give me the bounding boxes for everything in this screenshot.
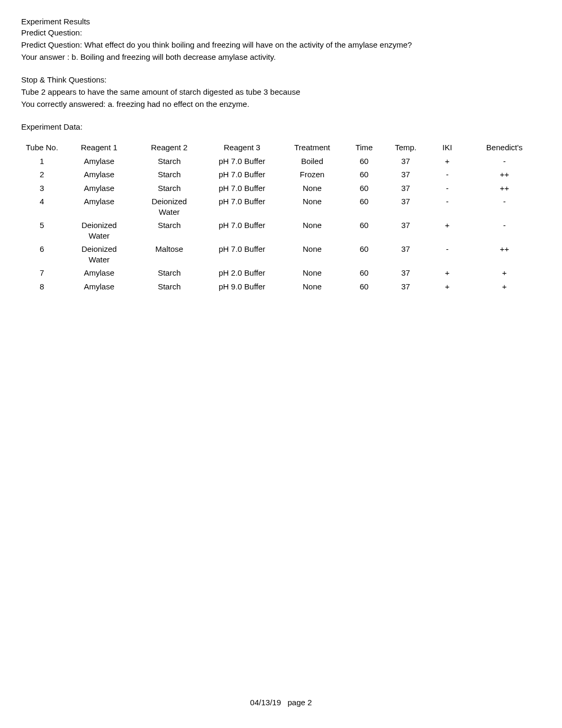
cell-tube-no: 6	[21, 242, 63, 266]
cell-reagent2: Starch	[135, 219, 203, 242]
cell-time: 60	[343, 280, 385, 294]
table-header-row: Tube No. Reagent 1 Reagent 2 Reagent 3 T…	[21, 141, 541, 154]
cell-treatment: Frozen	[281, 168, 343, 181]
cell-reagent3: pH 7.0 Buffer	[203, 154, 281, 168]
table-row: 8AmylaseStarchpH 9.0 BufferNone6037++	[21, 280, 541, 294]
cell-temp: 37	[385, 195, 427, 219]
footer-date: 04/13/19	[250, 698, 281, 707]
table-row: 4AmylaseDeionizedWaterpH 7.0 BufferNone6…	[21, 195, 541, 219]
cell-reagent3: pH 7.0 Buffer	[203, 219, 281, 242]
cell-temp: 37	[385, 242, 427, 266]
cell-reagent1: Amylase	[63, 154, 135, 168]
your-answer-text: Your answer : b. Boiling and freezing wi…	[21, 51, 541, 62]
cell-treatment: None	[281, 280, 343, 294]
cell-time: 60	[343, 266, 385, 280]
cell-benedicts: +	[468, 266, 541, 280]
cell-iki: +	[427, 266, 468, 280]
cell-reagent3: pH 9.0 Buffer	[203, 280, 281, 294]
cell-treatment: None	[281, 266, 343, 280]
cell-iki: -	[427, 181, 468, 195]
header-tube-no: Tube No.	[21, 141, 63, 154]
cell-reagent1: Amylase	[63, 181, 135, 195]
cell-temp: 37	[385, 181, 427, 195]
cell-time: 60	[343, 168, 385, 181]
cell-time: 60	[343, 181, 385, 195]
footer-page: page 2	[288, 698, 312, 707]
cell-treatment: None	[281, 195, 343, 219]
header-benedicts: Benedict's	[468, 141, 541, 154]
header-time: Time	[343, 141, 385, 154]
cell-treatment: Boiled	[281, 154, 343, 168]
cell-reagent3: pH 7.0 Buffer	[203, 181, 281, 195]
cell-reagent2: Starch	[135, 181, 203, 195]
cell-iki: -	[427, 242, 468, 266]
cell-reagent2: Starch	[135, 154, 203, 168]
header-iki: IKI	[427, 141, 468, 154]
experiment-results-heading: Experiment Results	[21, 17, 541, 26]
cell-time: 60	[343, 195, 385, 219]
cell-reagent3: pH 7.0 Buffer	[203, 195, 281, 219]
table-row: 7AmylaseStarchpH 2.0 BufferNone6037++	[21, 266, 541, 280]
cell-benedicts: ++	[468, 168, 541, 181]
stop-think-question: Tube 2 appears to have the same amount o…	[21, 86, 541, 97]
cell-reagent3: pH 2.0 Buffer	[203, 266, 281, 280]
predict-question-label: Predict Question:	[21, 27, 541, 38]
cell-time: 60	[343, 242, 385, 266]
cell-reagent1: DeionizedWater	[63, 242, 135, 266]
cell-reagent1: Amylase	[63, 280, 135, 294]
cell-reagent1: DeionizedWater	[63, 219, 135, 242]
cell-reagent2: DeionizedWater	[135, 195, 203, 219]
cell-tube-no: 1	[21, 154, 63, 168]
cell-iki: +	[427, 280, 468, 294]
page-footer: 04/13/19 page 2	[0, 698, 562, 707]
cell-temp: 37	[385, 154, 427, 168]
cell-reagent2: Maltose	[135, 242, 203, 266]
experiment-data-table: Tube No. Reagent 1 Reagent 2 Reagent 3 T…	[21, 141, 541, 293]
cell-reagent1: Amylase	[63, 266, 135, 280]
cell-benedicts: -	[468, 195, 541, 219]
stop-think-answer: You correctly answered: a. freezing had …	[21, 98, 541, 110]
cell-iki: +	[427, 154, 468, 168]
cell-tube-no: 4	[21, 195, 63, 219]
cell-tube-no: 7	[21, 266, 63, 280]
cell-iki: -	[427, 195, 468, 219]
header-reagent1: Reagent 1	[63, 141, 135, 154]
table-row: 2AmylaseStarchpH 7.0 BufferFrozen6037-++	[21, 168, 541, 181]
table-row: 5DeionizedWaterStarchpH 7.0 BufferNone60…	[21, 219, 541, 242]
cell-reagent1: Amylase	[63, 195, 135, 219]
cell-tube-no: 5	[21, 219, 63, 242]
cell-reagent3: pH 7.0 Buffer	[203, 168, 281, 181]
header-treatment: Treatment	[281, 141, 343, 154]
header-temp: Temp.	[385, 141, 427, 154]
cell-benedicts: +	[468, 280, 541, 294]
cell-benedicts: ++	[468, 242, 541, 266]
cell-temp: 37	[385, 266, 427, 280]
table-row: 1AmylaseStarchpH 7.0 BufferBoiled6037+-	[21, 154, 541, 168]
predict-question-text: Predict Question: What effect do you thi…	[21, 39, 541, 50]
cell-reagent3: pH 7.0 Buffer	[203, 242, 281, 266]
cell-temp: 37	[385, 280, 427, 294]
cell-benedicts: ++	[468, 181, 541, 195]
cell-benedicts: -	[468, 219, 541, 242]
header-reagent2: Reagent 2	[135, 141, 203, 154]
cell-treatment: None	[281, 219, 343, 242]
cell-time: 60	[343, 154, 385, 168]
table-row: 3AmylaseStarchpH 7.0 BufferNone6037-++	[21, 181, 541, 195]
cell-reagent2: Starch	[135, 280, 203, 294]
cell-temp: 37	[385, 219, 427, 242]
cell-iki: -	[427, 168, 468, 181]
cell-reagent2: Starch	[135, 168, 203, 181]
cell-tube-no: 3	[21, 181, 63, 195]
cell-time: 60	[343, 219, 385, 242]
experiment-data-heading: Experiment Data:	[21, 121, 541, 132]
cell-reagent2: Starch	[135, 266, 203, 280]
cell-iki: +	[427, 219, 468, 242]
header-reagent3: Reagent 3	[203, 141, 281, 154]
stop-think-heading: Stop & Think Questions:	[21, 74, 541, 85]
cell-treatment: None	[281, 242, 343, 266]
cell-treatment: None	[281, 181, 343, 195]
cell-tube-no: 8	[21, 280, 63, 294]
cell-reagent1: Amylase	[63, 168, 135, 181]
table-row: 6DeionizedWaterMaltosepH 7.0 BufferNone6…	[21, 242, 541, 266]
cell-temp: 37	[385, 168, 427, 181]
